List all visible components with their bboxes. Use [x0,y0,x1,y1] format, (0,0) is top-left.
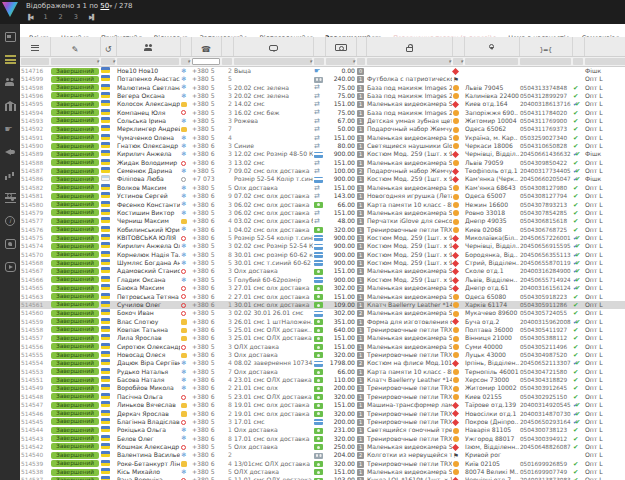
filter-phone-input[interactable] [191,57,221,67]
table-row[interactable]: 514582ЗавершенийВолков Максим❄+380 55Олх… [20,184,625,192]
table-row[interactable]: 514587ЗавершенийСеменюк Дарина❄+380 5709… [20,167,625,175]
table-row[interactable]: 514555ЗавершенийНовосад Олеся+380 63Олх … [20,351,625,359]
table-row[interactable]: 514545ЗавершенийБлагінна Владіслава+380 … [20,418,625,426]
table-row[interactable]: 514540ЗавершенийВалентина Василье..❄+380… [20,451,625,459]
col-delivery[interactable] [452,37,464,57]
per-page-select[interactable]: 50 [100,2,109,10]
table-row[interactable]: 514568ЗавершенийШумляс Богдана Ан..❄+380… [20,259,625,267]
table-row[interactable]: 514580ЗавершенийФесенко Константин❄+380 … [20,200,625,208]
table-row[interactable]: 514560ЗавершенийБокоч Иван+380 5302.02 3… [20,309,625,317]
table-row[interactable]: 514546ЗавершенийДеркач Ярослав+380 6219.… [20,409,625,417]
filter-product[interactable]: ▾ [366,57,452,67]
last-page-button[interactable]: ▶▌ [89,14,95,20]
table-row[interactable]: 514598ЗавершенийМалютина Светлана❄+380 5… [20,83,625,91]
table-row[interactable]: 514574ЗавершенийКирилич Анжела Ол..❄+380… [20,242,625,250]
table-row[interactable]: 514557ЗавершенийЛила Ярослав+380 6325.01… [20,334,625,342]
table-row[interactable]: 514570ЗавершенийКорнелюк Надія Та..❄+380… [20,251,625,259]
table-row[interactable]: 514549ЗавершенийВоробйов Микола❄+380 622… [20,384,625,392]
table-row[interactable]: 514551ЗавершенийБасова Наталя❄+380 6423.… [20,376,625,384]
table-row[interactable]: 514567ЗавершенийАдамовский Станис..+380 … [20,267,625,275]
app-logo-icon[interactable] [2,2,18,17]
tab-6[interactable]: Завершений278 [320,24,386,37]
col-id[interactable] [20,37,50,57]
col-payment[interactable] [313,37,325,57]
table-row[interactable]: 514547ЗавершенийЛиньков Вячеслав+380 681… [20,401,625,409]
table-row[interactable]: 514591ЗавершенийЧумаченко Олена❄+380 54⇄… [20,134,625,142]
col-status[interactable]: ✎ [50,37,100,57]
sidebar-item-video-help[interactable] [5,262,16,272]
col-group[interactable] [584,37,625,57]
sidebar-item-statistics[interactable] [5,170,16,180]
filter-callback[interactable]: ▾ [100,57,116,67]
filter-comment[interactable]: ▾ [233,57,313,67]
table-row[interactable]: 514589ЗавершенийКирилич Анжела❄+380 6312… [20,150,625,158]
tab-9[interactable]: Самовивіз2 [577,24,625,37]
sidebar-item-feedback[interactable] [5,239,16,249]
sidebar-item-finance[interactable] [5,101,16,111]
table-row[interactable]: 514556ЗавершенийСиротюк Олександр+380 53… [20,343,625,351]
filter-operator[interactable]: ▾ [180,57,191,67]
filter-payment[interactable] [313,57,325,67]
sidebar-item-clients[interactable] [5,78,16,88]
table-row[interactable]: 514593ЗавершенийСольська Ірина❄+380 53Ро… [20,117,625,125]
col-ttn[interactable]: }={ [519,37,572,57]
filter-delivery[interactable]: ▾ [452,57,464,67]
col-total[interactable] [325,37,356,57]
table-row[interactable]: 514592ЗавершенийМерклингер Андрей+380 57… [20,125,625,133]
table-row[interactable]: 514558ЗавершенийКовпак Татьяна+380 6525.… [20,326,625,334]
table-row[interactable]: 514575ЗавершенийКВІТОВСЬКА ЮЛІЯ+380 65Ро… [20,234,625,242]
table-row[interactable]: 514566ЗавершенийГладик Оксана❄+380 55Гол… [20,276,625,284]
filter-items[interactable] [356,57,366,67]
table-row[interactable]: 514588ЗавершенийЖидак Володимир+380 6313… [20,159,625,167]
table-row[interactable]: 514537ЗавершенийРаца Вероніка+380 5511.0… [20,476,625,480]
table-row[interactable]: 514596ЗавершенийВегера Оксана❄+380 5320.… [20,92,625,100]
col-items[interactable] [356,37,366,57]
filter-city[interactable] [464,57,519,67]
col-product[interactable] [366,37,452,57]
filter-client[interactable] [116,57,180,67]
page-1-button[interactable]: 1 [43,13,47,21]
page-2-button[interactable]: 2 [59,13,63,21]
table-row[interactable]: 514563ЗавершенийПетровська Тетяна+380 62… [20,292,625,300]
col-comment[interactable] [233,37,313,57]
table-row[interactable]: 514538ЗавершенийКісь Михайло❄+380 55ОЛХ … [20,468,625,476]
filter-status[interactable]: ▾ [50,57,100,67]
first-page-button[interactable]: ▐◀ [26,14,32,20]
table-row[interactable]: 514594ЗавершенийКомпанец Юля+380 5316.02… [20,108,625,116]
table-row[interactable]: 514577ЗавершенийЧерниш Максим+380 6403.0… [20,217,625,225]
table-row[interactable]: 514544ЗавершенийРокіцька Ольга❄+380 61Ол… [20,426,625,434]
sidebar-item-orders[interactable] [5,55,16,65]
table-row[interactable]: 514565ЗавершенийБаюка Максим+380 6327.01… [20,284,625,292]
tab-0[interactable]: Всі471 [24,24,54,37]
tab-7[interactable]: Повернення товару (в дорозі)0 [388,24,501,37]
filter-total[interactable]: ▾ [325,57,356,67]
filter-msgcount[interactable] [221,57,233,67]
col-city[interactable] [464,37,519,57]
col-operator[interactable] [180,37,191,57]
col-msgcount[interactable] [221,37,233,57]
filter-group[interactable] [584,57,625,67]
sidebar-item-info[interactable]: i [5,216,15,226]
col-check[interactable] [572,37,584,57]
col-phone[interactable]: ☎ [191,37,221,57]
tab-3[interactable]: Відмова42 [149,24,193,37]
tab-1[interactable]: Новий48 [56,24,94,37]
table-row[interactable]: 514554ЗавершенийДацюк Віра Сергіївна❄+38… [20,359,625,367]
table-row[interactable]: 514542ЗавершенийКошмак Александр+380 55О… [20,443,625,451]
tab-8[interactable]: Нема в наявності1 [503,24,574,37]
col-client[interactable] [116,37,180,57]
table-row[interactable]: 514586ЗавершенийФіліпова Люба+7 073Розмі… [20,175,625,183]
table-row[interactable]: 514599ЗавершенийПотапенко Анастас..❄+380… [20,75,625,83]
tab-4[interactable]: Запакований1 [195,24,253,37]
sidebar-item-crm-hand[interactable]: ☛ [5,124,16,134]
table-row[interactable]: 514548ЗавершенийПасічна Ольга+380 6523.0… [20,393,625,401]
table-row[interactable]: 514716ЗавершенийНов10 Нов10❄+380 52Выца☛… [20,67,625,76]
table-row[interactable]: 514590ЗавершенийГнатюк Олександр❄+380 63… [20,142,625,150]
table-row[interactable]: 514579ЗавершенийКостишин Виктор❄+380 530… [20,209,625,217]
col-callback[interactable]: ↺ [100,37,116,57]
tab-5[interactable]: Відправлений12 [254,24,318,37]
table-row[interactable]: 514553ЗавершенийРудько Наталья❄+380 57Ол… [20,368,625,376]
table-row[interactable]: 514581ЗавершенийУстинов Сергей❄+380 6907… [20,192,625,200]
sidebar-item-marketing[interactable] [5,147,16,157]
sidebar-item-settings[interactable] [5,193,16,203]
